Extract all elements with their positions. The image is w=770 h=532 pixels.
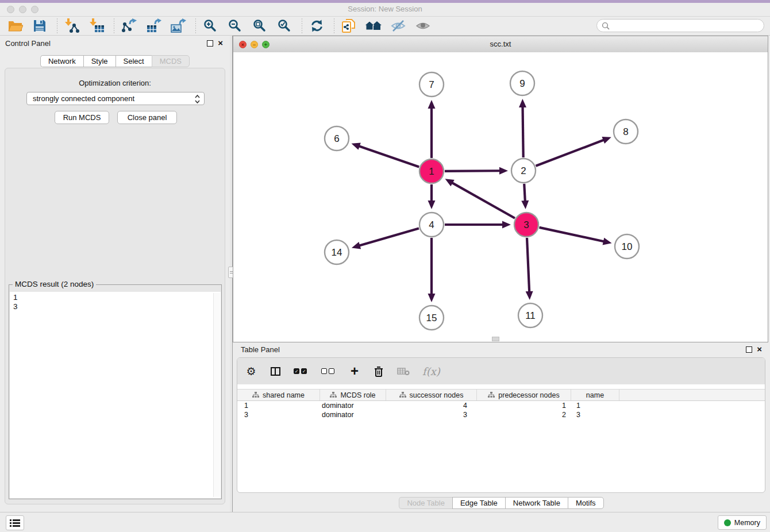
function-builder-button[interactable]: f(x) xyxy=(422,365,440,377)
refresh-icon xyxy=(310,19,324,33)
titlebar[interactable]: Session: New Session xyxy=(0,3,770,17)
hide-selected-button[interactable] xyxy=(389,18,407,34)
column-layout-button[interactable] xyxy=(270,367,281,376)
tab-network-table[interactable]: Network Table xyxy=(505,497,568,509)
arrowhead-icon xyxy=(521,201,529,209)
float-panel-icon[interactable] xyxy=(207,40,213,47)
app-window: Session: New Session xyxy=(0,0,770,532)
table-cell[interactable]: 3 xyxy=(237,410,320,419)
horizontal-splitter-handle[interactable] xyxy=(492,337,499,341)
search-box[interactable] xyxy=(596,19,764,32)
graph-edge-1-2[interactable] xyxy=(445,171,500,171)
copy-network-button[interactable] xyxy=(340,18,358,34)
toolbar-separator xyxy=(114,18,114,33)
table-settings-button[interactable]: ⚙ xyxy=(245,366,257,377)
tab-network[interactable]: Network xyxy=(40,55,83,67)
tab-style[interactable]: Style xyxy=(83,55,116,67)
graph-node-label: 14 xyxy=(332,247,342,258)
zoom-fit-button[interactable] xyxy=(251,18,269,34)
export-table-button[interactable] xyxy=(144,18,163,34)
column-header-shared-name[interactable]: shared name xyxy=(237,390,320,400)
hierarchy-icon xyxy=(330,392,337,398)
copy-network-icon xyxy=(341,18,356,33)
save-session-button[interactable] xyxy=(30,18,49,34)
add-column-button[interactable]: + xyxy=(349,365,360,377)
graph-edge-2-8[interactable] xyxy=(536,140,604,166)
zoom-selected-icon xyxy=(278,19,291,33)
table-cell[interactable]: dominator xyxy=(320,410,386,419)
table-row[interactable]: 3dominator323 xyxy=(237,410,765,419)
checked-checkbox-icon: ✓ xyxy=(301,368,307,374)
deselect-all-button[interactable] xyxy=(321,368,336,374)
table-row[interactable]: 1dominator411 xyxy=(237,401,765,410)
hierarchy-icon xyxy=(399,392,406,398)
table-cell[interactable]: 1 xyxy=(477,401,571,410)
zoom-selected-button[interactable] xyxy=(275,18,294,34)
table-cell[interactable]: 2 xyxy=(477,410,571,419)
mcds-result-area[interactable]: 13 xyxy=(10,292,221,498)
graph-edge-3-11[interactable] xyxy=(527,238,529,292)
float-table-panel-icon[interactable] xyxy=(746,346,752,353)
memory-status-icon xyxy=(724,519,731,526)
network-titlebar[interactable]: × − + scc.txt xyxy=(233,36,768,53)
result-scrollbar[interactable] xyxy=(213,293,220,497)
criterion-dropdown[interactable]: strongly connected component xyxy=(26,92,205,105)
table-cell[interactable]: 4 xyxy=(386,401,477,410)
column-header-predecessor-nodes[interactable]: predecessor nodes xyxy=(477,390,571,400)
arrowhead-icon xyxy=(602,137,611,144)
tab-edge-table[interactable]: Edge Table xyxy=(452,497,505,509)
zoom-in-button[interactable] xyxy=(201,18,220,34)
table-cell[interactable]: dominator xyxy=(320,401,386,410)
import-network-button[interactable] xyxy=(63,18,81,34)
arrowhead-icon xyxy=(352,143,361,150)
graph-edge-3-1[interactable] xyxy=(452,183,515,218)
houses-icon xyxy=(365,19,382,33)
tab-motifs[interactable]: Motifs xyxy=(568,497,604,509)
column-header-mcds-role[interactable]: MCDS role xyxy=(320,390,386,400)
search-input[interactable] xyxy=(613,21,759,30)
column-header-name[interactable]: name xyxy=(571,390,619,400)
graph-node-label: 1 xyxy=(429,166,434,177)
graph-edge-1-6[interactable] xyxy=(359,146,419,167)
table-cell[interactable]: 1 xyxy=(237,401,320,410)
export-network-button[interactable] xyxy=(120,18,138,34)
houses-button[interactable] xyxy=(364,18,383,34)
table-cell[interactable]: 3 xyxy=(386,410,477,419)
task-history-button[interactable] xyxy=(6,515,24,530)
close-table-panel-icon[interactable]: × xyxy=(757,346,762,353)
delete-table-button[interactable] xyxy=(397,367,410,376)
graph-edge-2-3[interactable] xyxy=(524,184,525,202)
zoom-out-button[interactable] xyxy=(226,18,244,34)
open-session-button[interactable] xyxy=(6,18,24,34)
control-panel-tabs: NetworkStyleSelectMCDS xyxy=(0,55,230,67)
table-cell[interactable]: 3 xyxy=(571,410,619,419)
optimization-criterion-label: Optimization criterion: xyxy=(5,79,225,87)
tab-mcds[interactable]: MCDS xyxy=(152,55,190,67)
tab-node-table[interactable]: Node Table xyxy=(399,497,452,509)
column-header-label: shared name xyxy=(263,391,305,399)
trash-icon xyxy=(373,365,384,377)
select-all-button[interactable]: ✓✓ xyxy=(294,368,309,374)
column-header-successor-nodes[interactable]: successor nodes xyxy=(386,390,477,400)
refresh-layout-button[interactable] xyxy=(307,18,326,34)
graph-edge-2-9[interactable] xyxy=(523,106,523,157)
export-image-button[interactable] xyxy=(169,18,187,34)
dropdown-stepper-icon xyxy=(195,94,200,104)
close-panel-button[interactable]: Close panel xyxy=(117,111,177,124)
eye-slash-icon xyxy=(391,19,406,33)
zoom-in-icon xyxy=(203,19,217,33)
graph-edge-4-14[interactable] xyxy=(359,228,419,245)
run-mcds-button[interactable]: Run MCDS xyxy=(55,111,109,124)
delete-column-button[interactable] xyxy=(373,365,384,377)
memory-button[interactable]: Memory xyxy=(718,515,767,530)
graph-edge-3-10[interactable] xyxy=(539,228,604,242)
eye-icon xyxy=(415,19,430,33)
import-table-button[interactable] xyxy=(87,18,106,34)
show-all-button[interactable] xyxy=(414,18,432,34)
import-table-icon xyxy=(89,18,105,33)
close-panel-icon[interactable]: × xyxy=(218,40,223,47)
tab-select[interactable]: Select xyxy=(116,55,152,67)
arrowhead-icon xyxy=(428,294,436,302)
table-cell[interactable]: 1 xyxy=(571,401,619,410)
network-canvas[interactable]: 7968124314101511 xyxy=(233,52,768,342)
